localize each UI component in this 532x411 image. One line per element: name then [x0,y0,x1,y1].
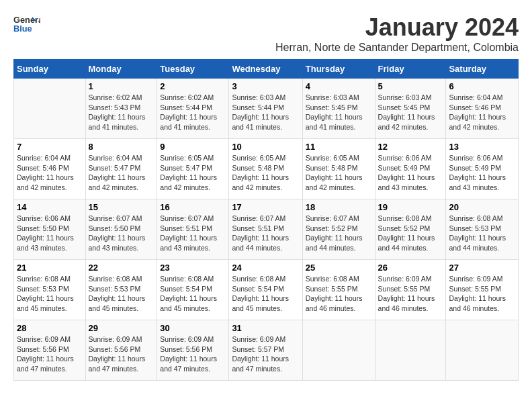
calendar-cell: 31 Sunrise: 6:09 AM Sunset: 5:57 PM Dayl… [229,320,302,381]
calendar-cell [446,320,519,381]
day-info: Sunrise: 6:03 AM Sunset: 5:45 PM Dayligh… [378,93,443,132]
calendar-cell: 29 Sunrise: 6:09 AM Sunset: 5:56 PM Dayl… [85,320,157,381]
calendar-cell: 5 Sunrise: 6:03 AM Sunset: 5:45 PM Dayli… [375,79,446,139]
header-saturday: Saturday [446,60,519,79]
day-info: Sunrise: 6:08 AM Sunset: 5:53 PM Dayligh… [449,214,515,253]
header-wednesday: Wednesday [229,60,302,79]
day-info: Sunrise: 6:06 AM Sunset: 5:50 PM Dayligh… [17,214,83,253]
day-info: Sunrise: 6:03 AM Sunset: 5:44 PM Dayligh… [232,93,299,132]
calendar-cell [302,320,375,381]
month-title: January 2024 [275,13,519,42]
day-info: Sunrise: 6:09 AM Sunset: 5:56 PM Dayligh… [89,334,154,374]
day-info: Sunrise: 6:04 AM Sunset: 5:46 PM Dayligh… [17,153,83,193]
calendar-cell: 10 Sunrise: 6:05 AM Sunset: 5:48 PM Dayl… [229,139,302,199]
day-number: 26 [378,263,443,273]
calendar-week-row: 7 Sunrise: 6:04 AM Sunset: 5:46 PM Dayli… [14,139,519,199]
calendar-cell [375,320,446,381]
day-number: 23 [160,263,226,273]
calendar-cell: 25 Sunrise: 6:08 AM Sunset: 5:55 PM Dayl… [302,260,375,320]
calendar-cell: 27 Sunrise: 6:09 AM Sunset: 5:55 PM Dayl… [446,260,519,320]
calendar-cell: 23 Sunrise: 6:08 AM Sunset: 5:54 PM Dayl… [157,260,229,320]
calendar-week-row: 21 Sunrise: 6:08 AM Sunset: 5:53 PM Dayl… [14,260,519,320]
location-title: Herran, Norte de Santander Department, C… [275,42,519,54]
day-number: 1 [89,81,154,91]
calendar-week-row: 14 Sunrise: 6:06 AM Sunset: 5:50 PM Dayl… [14,199,519,260]
day-info: Sunrise: 6:04 AM Sunset: 5:46 PM Dayligh… [449,93,515,132]
calendar-week-row: 28 Sunrise: 6:09 AM Sunset: 5:56 PM Dayl… [14,320,519,381]
svg-text:Blue: Blue [13,24,32,34]
day-info: Sunrise: 6:07 AM Sunset: 5:51 PM Dayligh… [232,214,299,253]
day-info: Sunrise: 6:06 AM Sunset: 5:49 PM Dayligh… [449,153,515,193]
calendar-cell: 8 Sunrise: 6:04 AM Sunset: 5:47 PM Dayli… [85,139,157,199]
calendar-cell: 22 Sunrise: 6:08 AM Sunset: 5:53 PM Dayl… [85,260,157,320]
calendar-cell: 12 Sunrise: 6:06 AM Sunset: 5:49 PM Dayl… [375,139,446,199]
day-info: Sunrise: 6:09 AM Sunset: 5:56 PM Dayligh… [160,334,226,374]
day-number: 5 [378,81,443,91]
day-number: 16 [160,202,226,212]
header-friday: Friday [375,60,446,79]
calendar-cell: 15 Sunrise: 6:07 AM Sunset: 5:50 PM Dayl… [85,199,157,260]
calendar-cell: 24 Sunrise: 6:08 AM Sunset: 5:54 PM Dayl… [229,260,302,320]
day-info: Sunrise: 6:04 AM Sunset: 5:47 PM Dayligh… [89,153,154,193]
title-area: January 2024 Herran, Norte de Santander … [275,13,519,54]
calendar-cell: 21 Sunrise: 6:08 AM Sunset: 5:53 PM Dayl… [14,260,86,320]
calendar-table: SundayMondayTuesdayWednesdayThursdayFrid… [13,59,519,381]
day-number: 29 [89,323,154,333]
day-number: 14 [17,202,83,212]
day-number: 8 [89,142,154,152]
day-info: Sunrise: 6:05 AM Sunset: 5:48 PM Dayligh… [232,153,299,193]
header-monday: Monday [85,60,157,79]
calendar-cell: 30 Sunrise: 6:09 AM Sunset: 5:56 PM Dayl… [157,320,229,381]
calendar-cell: 9 Sunrise: 6:05 AM Sunset: 5:47 PM Dayli… [157,139,229,199]
day-number: 28 [17,323,83,333]
calendar-cell: 2 Sunrise: 6:02 AM Sunset: 5:44 PM Dayli… [157,79,229,139]
calendar-cell: 18 Sunrise: 6:07 AM Sunset: 5:52 PM Dayl… [302,199,375,260]
calendar-cell: 11 Sunrise: 6:05 AM Sunset: 5:48 PM Dayl… [302,139,375,199]
day-info: Sunrise: 6:08 AM Sunset: 5:53 PM Dayligh… [89,274,154,314]
day-number: 27 [449,263,515,273]
day-number: 31 [232,323,299,333]
day-number: 17 [232,202,299,212]
day-number: 13 [449,142,515,152]
day-info: Sunrise: 6:08 AM Sunset: 5:54 PM Dayligh… [160,274,226,314]
day-info: Sunrise: 6:05 AM Sunset: 5:47 PM Dayligh… [160,153,226,193]
day-info: Sunrise: 6:05 AM Sunset: 5:48 PM Dayligh… [306,153,372,193]
logo: General Blue [13,13,43,34]
day-number: 7 [17,142,83,152]
day-number: 25 [306,263,372,273]
day-number: 6 [449,81,515,91]
day-info: Sunrise: 6:08 AM Sunset: 5:52 PM Dayligh… [378,214,443,253]
day-info: Sunrise: 6:02 AM Sunset: 5:43 PM Dayligh… [89,93,154,132]
calendar-cell: 17 Sunrise: 6:07 AM Sunset: 5:51 PM Dayl… [229,199,302,260]
calendar-cell: 7 Sunrise: 6:04 AM Sunset: 5:46 PM Dayli… [14,139,86,199]
day-number: 3 [232,81,299,91]
calendar-cell: 4 Sunrise: 6:03 AM Sunset: 5:45 PM Dayli… [302,79,375,139]
calendar-cell: 28 Sunrise: 6:09 AM Sunset: 5:56 PM Dayl… [14,320,86,381]
day-info: Sunrise: 6:07 AM Sunset: 5:52 PM Dayligh… [306,214,372,253]
day-number: 11 [306,142,372,152]
day-info: Sunrise: 6:08 AM Sunset: 5:54 PM Dayligh… [232,274,299,314]
day-info: Sunrise: 6:08 AM Sunset: 5:53 PM Dayligh… [17,274,83,314]
day-number: 18 [306,202,372,212]
header-thursday: Thursday [302,60,375,79]
day-info: Sunrise: 6:09 AM Sunset: 5:56 PM Dayligh… [17,334,83,374]
calendar-cell: 6 Sunrise: 6:04 AM Sunset: 5:46 PM Dayli… [446,79,519,139]
calendar-cell: 3 Sunrise: 6:03 AM Sunset: 5:44 PM Dayli… [229,79,302,139]
calendar-cell: 16 Sunrise: 6:07 AM Sunset: 5:51 PM Dayl… [157,199,229,260]
day-number: 4 [306,81,372,91]
day-number: 22 [89,263,154,273]
day-number: 21 [17,263,83,273]
page-header: General Blue January 2024 Herran, Norte … [13,13,519,54]
calendar-cell [14,79,86,139]
calendar-header-row: SundayMondayTuesdayWednesdayThursdayFrid… [14,60,519,79]
day-info: Sunrise: 6:07 AM Sunset: 5:50 PM Dayligh… [89,214,154,253]
day-number: 20 [449,202,515,212]
day-number: 19 [378,202,443,212]
header-sunday: Sunday [14,60,86,79]
day-info: Sunrise: 6:06 AM Sunset: 5:49 PM Dayligh… [378,153,443,193]
day-number: 15 [89,202,154,212]
logo-icon: General Blue [13,13,40,34]
calendar-cell: 14 Sunrise: 6:06 AM Sunset: 5:50 PM Dayl… [14,199,86,260]
day-number: 12 [378,142,443,152]
calendar-cell: 1 Sunrise: 6:02 AM Sunset: 5:43 PM Dayli… [85,79,157,139]
